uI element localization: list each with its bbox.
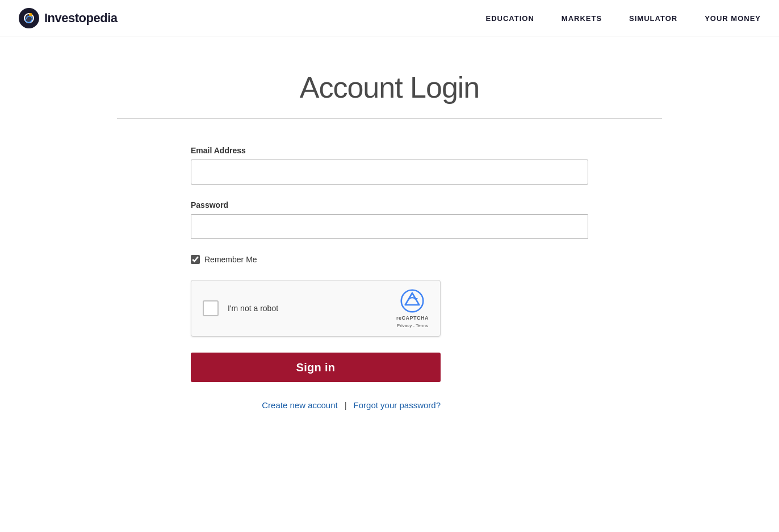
nav-markets[interactable]: MARKETS bbox=[562, 14, 602, 23]
remember-me-group: Remember Me bbox=[191, 255, 588, 264]
email-input[interactable] bbox=[191, 160, 588, 185]
password-label: Password bbox=[191, 200, 588, 210]
create-account-link[interactable]: Create new account bbox=[262, 400, 337, 410]
title-divider bbox=[117, 118, 662, 119]
password-group: Password bbox=[191, 200, 588, 239]
remember-me-label: Remember Me bbox=[204, 255, 257, 264]
nav-education[interactable]: EDUCATION bbox=[485, 14, 534, 23]
recaptcha-checkbox[interactable] bbox=[203, 300, 219, 316]
recaptcha-text: I'm not a robot bbox=[228, 304, 278, 313]
email-label: Email Address bbox=[191, 146, 588, 155]
recaptcha-brand-label: reCAPTCHA bbox=[396, 315, 429, 321]
recaptcha-left: I'm not a robot bbox=[203, 300, 278, 316]
forgot-password-link[interactable]: Forgot your password? bbox=[354, 400, 441, 410]
main-nav: EDUCATION MARKETS SIMULATOR YOUR MONEY bbox=[485, 13, 761, 23]
password-input[interactable] bbox=[191, 214, 588, 239]
sign-in-button[interactable]: Sign in bbox=[191, 353, 441, 382]
login-form: Email Address Password Remember Me I'm n… bbox=[191, 146, 588, 410]
footer-links: Create new account | Forgot your passwor… bbox=[191, 400, 441, 410]
page-title: Account Login bbox=[117, 70, 662, 104]
footer-divider: | bbox=[345, 400, 347, 410]
recaptcha-widget[interactable]: I'm not a robot reCAPTCHA Privacy - Term… bbox=[191, 280, 441, 337]
recaptcha-right: reCAPTCHA Privacy - Terms bbox=[396, 289, 429, 328]
logo-icon bbox=[18, 7, 40, 29]
nav-your-money[interactable]: YOUR MONEY bbox=[705, 14, 761, 23]
recaptcha-logo-icon bbox=[400, 289, 424, 313]
logo-link[interactable]: Investopedia bbox=[18, 7, 117, 29]
logo-text: Investopedia bbox=[44, 11, 117, 26]
main-content: Account Login Email Address Password Rem… bbox=[106, 36, 673, 433]
header: Investopedia EDUCATION MARKETS SIMULATOR… bbox=[0, 0, 779, 36]
email-group: Email Address bbox=[191, 146, 588, 185]
remember-me-checkbox[interactable] bbox=[191, 255, 200, 264]
nav-simulator[interactable]: SIMULATOR bbox=[629, 14, 677, 23]
recaptcha-links: Privacy - Terms bbox=[397, 323, 428, 328]
